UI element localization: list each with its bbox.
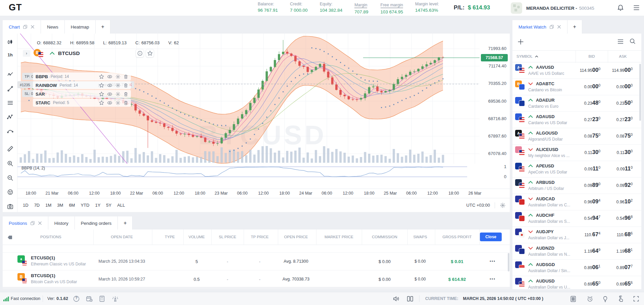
market-watch-add-tab-button[interactable]: +	[567, 20, 582, 34]
ask-price[interactable]: 0.11300	[599, 149, 633, 155]
ideas-bulb-icon[interactable]	[602, 296, 608, 302]
favorite-indicator-icon[interactable]	[99, 100, 104, 105]
market-watch-tab-market-watch[interactable]: Market Watch	[512, 20, 567, 34]
chart-tab-chart[interactable]: Chart	[3, 20, 41, 34]
indicator-row-starc[interactable]: STARCPeriod: 5	[33, 99, 131, 107]
bid-price[interactable]: 0.96094	[567, 198, 600, 205]
toggle-visibility-eye-icon[interactable]	[107, 83, 112, 88]
symbol-row-audchf[interactable]: AUDCHFAustralian Dollar vs S...0.549470.…	[512, 210, 641, 227]
ask-price[interactable]: 0.54968	[599, 215, 633, 221]
fullscreen-icon[interactable]	[633, 296, 639, 302]
chart-add-tab-button[interactable]: +	[96, 20, 110, 34]
indicator-row-bbpb[interactable]: BBPBPeriod: 14	[33, 72, 131, 81]
horizontal-lines-icon[interactable]	[3, 100, 17, 106]
positions-hscroll-track[interactable]	[3, 287, 510, 289]
ask-price[interactable]: 0.89077	[599, 264, 633, 270]
ask-price[interactable]: 0.09920	[599, 182, 633, 188]
bid-price[interactable]: 0.23480	[567, 100, 600, 106]
curve-tool-icon[interactable]	[3, 128, 17, 134]
close-tab-icon[interactable]	[557, 25, 561, 29]
position-menu-button[interactable]: •••	[490, 259, 496, 263]
symbol-row-audsgd[interactable]: AUDSGDAustralian Dollar / Sin...0.890610…	[512, 260, 641, 276]
symbol-row-aliceusd[interactable]: ALICEUSDMy neighbor Alice vs ...0.113000…	[512, 145, 641, 161]
indicator-settings-gear-icon[interactable]	[115, 92, 120, 97]
market-watch-scrollbar[interactable]	[639, 64, 641, 121]
list-view-icon[interactable]	[617, 39, 624, 44]
hotkeys-keypad-icon[interactable]	[570, 296, 577, 302]
range-button-1y[interactable]: 1Y	[95, 203, 100, 208]
bid-price[interactable]: 114.95000	[567, 67, 600, 73]
duplicate-tab-icon[interactable]	[30, 221, 35, 225]
indicator-row-sar[interactable]: SAR	[33, 90, 131, 98]
bid-price[interactable]: 0.69650	[567, 281, 600, 287]
split-layout-icon[interactable]	[407, 296, 413, 302]
range-button-7d[interactable]: 7D	[34, 203, 40, 208]
expand-symbol-icon[interactable]: ›	[23, 50, 30, 57]
help-icon[interactable]: ?	[73, 296, 80, 302]
favorite-indicator-icon[interactable]	[99, 74, 104, 79]
range-button-6m[interactable]: 6M	[69, 203, 75, 208]
chart-plot-area[interactable]: BTCUSD O:68882.32H:68959.58L:68519.13C:6…	[17, 34, 480, 212]
ask-price[interactable]: 0.00000	[599, 83, 633, 90]
screenshot-icon[interactable]	[3, 203, 17, 210]
zoom-out-icon[interactable]	[3, 175, 17, 181]
indicator-settings-gear-icon[interactable]	[115, 83, 120, 88]
symbol-row-arbusd[interactable]: ARBUSDArbitrum / US Dollar0.098900.09920	[512, 177, 641, 194]
indicator-row-rainbow[interactable]: RAINBOWPeriod: 14	[33, 81, 131, 89]
favorite-indicator-icon[interactable]	[99, 83, 104, 88]
bid-price[interactable]: 0.08750	[567, 133, 600, 139]
close-tab-icon[interactable]	[38, 221, 42, 225]
symbol-row-audnzd[interactable]: AUDNZDAustralian Dollar vs N...1.196491.…	[512, 243, 641, 260]
toggle-visibility-eye-icon[interactable]	[107, 74, 112, 79]
symbol-favorite-star-icon[interactable]	[146, 49, 154, 57]
ask-price[interactable]: 0.27230	[599, 116, 633, 122]
symbol-row-adaeur[interactable]: ADAEURCardano vs Euro0.234800.23500	[512, 95, 641, 112]
indicator-settings-gear-icon[interactable]	[115, 100, 120, 105]
sort-by-symbol[interactable]: SYMBOL	[516, 54, 538, 58]
delete-indicator-trash-icon[interactable]	[123, 83, 128, 88]
bid-price[interactable]: 0.00000	[567, 83, 600, 90]
positions-tab-pending-orders[interactable]: Pending orders	[75, 216, 118, 230]
positions-scrollbar[interactable]	[508, 253, 509, 271]
symbol-row-adausd[interactable]: ADAUSDCardano vs US Dollar0.272300.27230	[512, 112, 641, 128]
ask-price[interactable]: 0.96102	[599, 198, 633, 205]
symbol-row-algousd[interactable]: AALGOUSDAlgorand/US Dollar0.087500.08750	[512, 128, 641, 145]
delete-indicator-trash-icon[interactable]	[123, 92, 128, 97]
range-button-ytd[interactable]: YTD	[81, 203, 89, 208]
emoji-tool-icon[interactable]	[3, 189, 17, 195]
favorite-indicator-icon[interactable]	[99, 92, 104, 97]
bid-price[interactable]: 0.09110	[567, 165, 600, 172]
duplicate-tab-icon[interactable]	[23, 24, 28, 29]
ask-price[interactable]: 0.23500	[599, 100, 633, 106]
range-button-3m[interactable]: 3M	[57, 203, 63, 208]
add-symbol-icon[interactable]	[517, 38, 524, 45]
ask-price[interactable]: 0.08750	[599, 133, 633, 139]
chart-tab-news[interactable]: News	[41, 20, 65, 34]
position-row-etcusd-1-[interactable]: ♦ETCUSD(1)Ethereum Classic vs US DollarM…	[3, 253, 510, 270]
positions-add-tab-button[interactable]: +	[118, 216, 133, 230]
close-all-button[interactable]: Close	[480, 233, 502, 241]
notifications-bell-icon[interactable]	[617, 4, 624, 11]
ask-price[interactable]: 114.99000	[599, 67, 633, 73]
bid-price[interactable]: 0.89061	[567, 264, 600, 270]
bid-price[interactable]: 0.27230	[567, 116, 600, 122]
indicators-icon[interactable]	[3, 71, 17, 78]
time-axis[interactable]: 18:0021 Mar06:0012:0018:0022 Mar06:0012:…	[17, 189, 480, 198]
position-menu-button[interactable]: •••	[490, 277, 496, 281]
calculator-icon[interactable]	[99, 296, 105, 302]
timeframe-button[interactable]: 1h	[3, 52, 17, 57]
alarm-clock-icon[interactable]	[587, 296, 593, 302]
signal-beacon-icon[interactable]	[112, 296, 118, 302]
ask-price[interactable]: 110.686	[599, 231, 633, 238]
chart-tab-heatmap[interactable]: Heatmap	[65, 20, 96, 34]
one-click-trading-icon[interactable]	[617, 296, 624, 302]
utc-selector[interactable]: UTC +03:00	[466, 203, 490, 208]
delete-indicator-trash-icon[interactable]	[123, 74, 128, 79]
ask-price[interactable]: 1.19681	[599, 248, 633, 254]
main-menu-icon[interactable]	[633, 5, 640, 11]
indicator-settings-gear-icon[interactable]	[115, 74, 120, 79]
toggle-visibility-eye-icon[interactable]	[107, 100, 112, 105]
ask-price[interactable]: 0.09110	[599, 165, 633, 172]
ruler-tool-icon[interactable]	[3, 146, 17, 152]
zoom-in-icon[interactable]	[3, 160, 17, 167]
